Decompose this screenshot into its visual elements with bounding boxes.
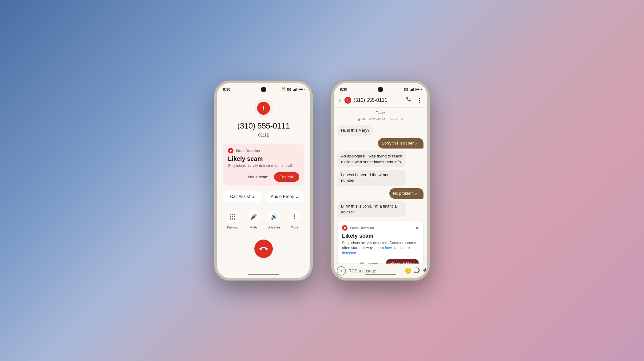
svg-rect-2 bbox=[425, 268, 426, 272]
message-1: Hi, is this Mary? bbox=[337, 125, 373, 136]
voice-button[interactable] bbox=[423, 267, 427, 275]
header-phone-number: (310) 555-0111 bbox=[354, 97, 402, 103]
keypad-icon bbox=[230, 214, 236, 220]
speaker-button[interactable]: 🔊 Speaker bbox=[264, 207, 284, 232]
chat-scam-close-button[interactable]: ✕ bbox=[415, 225, 419, 231]
scam-detection-card: Scam Detection Likely scam Suspicious ac… bbox=[223, 144, 304, 186]
camera-notch-1 bbox=[261, 87, 266, 92]
call-assist-label: Call Assist bbox=[230, 194, 250, 199]
scam-actions-1: Not a scam End call bbox=[228, 172, 299, 182]
message-input-bar: + 🙂 bbox=[334, 264, 427, 278]
home-indicator-2 bbox=[365, 274, 396, 275]
status-time-1: 9:30 bbox=[223, 87, 230, 92]
call-screen: ! (310) 555-0111 01:12 Scam Detection Li… bbox=[217, 93, 310, 278]
chat-scam-dot bbox=[342, 225, 348, 231]
audio-emoji-button[interactable]: Audio Emoji ▲ bbox=[265, 191, 304, 202]
message-2: Sorry this isn't her ✓✓ bbox=[378, 138, 423, 149]
call-icon-button[interactable] bbox=[404, 95, 412, 105]
mute-icon: 🎤⊘ bbox=[250, 213, 257, 220]
status-icons-1: ⏰ 5G bbox=[281, 87, 304, 92]
phone-icon bbox=[406, 97, 411, 102]
message-input-field[interactable] bbox=[348, 268, 402, 273]
signal-icon-2 bbox=[410, 88, 414, 91]
speaker-label: Speaker bbox=[268, 225, 280, 229]
keypad-button[interactable]: Keypad bbox=[223, 207, 242, 232]
scam-dot-icon bbox=[228, 148, 233, 153]
message-5: No problem ✓✓ bbox=[389, 188, 423, 199]
message-3: Ah apologies! I was trying to reach a cl… bbox=[337, 151, 406, 167]
waveform-icon bbox=[423, 267, 427, 273]
mute-icon-wrap: 🎤⊘ bbox=[247, 210, 260, 224]
sticker-button[interactable] bbox=[414, 267, 420, 275]
network-2: 5G bbox=[404, 88, 408, 91]
network-1: 5G bbox=[287, 88, 292, 91]
keypad-icon-wrap bbox=[226, 210, 240, 224]
battery-icon-2 bbox=[415, 88, 421, 91]
alert-exclamation: ! bbox=[257, 102, 270, 115]
not-a-scam-button-2[interactable]: Not a scam bbox=[358, 260, 383, 264]
chat-scam-desc: Suspicious activity detected. Common sca… bbox=[342, 240, 419, 256]
svg-rect-3 bbox=[426, 269, 427, 272]
scam-warning-icon: ! bbox=[344, 97, 351, 104]
camera-notch-2 bbox=[378, 87, 383, 92]
audio-emoji-label: Audio Emoji bbox=[271, 194, 294, 199]
scam-card-header: Scam Detection bbox=[228, 148, 299, 153]
more-options-button[interactable]: ⋮ bbox=[415, 96, 423, 105]
call-assist-button[interactable]: Call Assist ▲ bbox=[223, 191, 262, 202]
sticker-icon bbox=[414, 267, 420, 273]
keypad-label: Keypad bbox=[227, 225, 238, 229]
message-4: I guess I entered the wrong number bbox=[337, 170, 406, 186]
more-label: More bbox=[291, 225, 298, 229]
caller-number-display: (310) 555-0111 bbox=[237, 121, 290, 131]
message-tick-2: ✓✓ bbox=[415, 192, 420, 196]
report-block-button[interactable]: Report & block bbox=[386, 259, 419, 264]
chevron-up-icon-2: ▲ bbox=[296, 195, 299, 198]
more-icon-wrap bbox=[288, 210, 301, 224]
message-6: BTW this is John, I'm a financial adviso… bbox=[337, 201, 406, 217]
back-button[interactable]: ‹ bbox=[337, 95, 342, 105]
call-alert-icon: ! bbox=[254, 99, 273, 117]
chat-scam-card: Scam Detection ✕ Likely scam Suspicious … bbox=[337, 221, 423, 264]
chat-area: Today RCS chat with (310) 555-0111 Hi, i… bbox=[334, 108, 427, 264]
call-assist-row: Call Assist ▲ Audio Emoji ▲ bbox=[223, 191, 304, 202]
scam-title-1: Likely scam bbox=[228, 155, 299, 162]
input-action-icons: 🙂 bbox=[405, 267, 427, 275]
svg-rect-0 bbox=[423, 269, 424, 271]
mute-label: Mute bbox=[249, 225, 257, 229]
more-dots-icon bbox=[294, 214, 295, 219]
call-controls-grid: Keypad 🎤⊘ Mute 🔊 Speaker bbox=[223, 207, 304, 232]
rcs-text: RCS chat with (310) 555-0111 bbox=[362, 117, 403, 121]
phone-2-screen: 9:30 5G ‹ ! (310) 555-0 bbox=[334, 83, 427, 278]
emoji-button[interactable]: 🙂 bbox=[405, 268, 411, 274]
svg-rect-1 bbox=[424, 269, 425, 272]
home-indicator-1 bbox=[248, 274, 279, 275]
chat-scam-title: Likely scam bbox=[342, 233, 419, 239]
chat-scam-actions: Not a scam Report & block bbox=[342, 259, 419, 264]
add-attachment-button[interactable]: + bbox=[337, 266, 346, 276]
scam-detection-label: Scam Detection bbox=[236, 149, 260, 153]
signal-icon-1 bbox=[293, 88, 297, 91]
chat-scam-detection-label: Scam Detection bbox=[350, 226, 374, 230]
battery-icon-1 bbox=[299, 88, 304, 91]
speaker-icon: 🔊 bbox=[271, 213, 277, 220]
chevron-up-icon: ▲ bbox=[252, 195, 255, 198]
phones-container: 9:30 ⏰ 5G ! bbox=[214, 81, 430, 280]
rcs-label: RCS chat with (310) 555-0111 bbox=[337, 117, 423, 121]
chat-scam-left: Scam Detection bbox=[342, 225, 374, 231]
call-timer-display: 01:12 bbox=[258, 133, 269, 137]
messages-screen: ‹ ! (310) 555-0111 ⋮ Tod bbox=[334, 93, 427, 278]
phone-hang-icon bbox=[259, 244, 268, 253]
header-action-icons: ⋮ bbox=[404, 95, 423, 105]
phone-1-screen: 9:30 ⏰ 5G ! bbox=[217, 83, 310, 278]
end-call-button[interactable]: End call bbox=[274, 172, 299, 182]
status-time-2: 9:30 bbox=[340, 87, 347, 92]
mute-button[interactable]: 🎤⊘ Mute bbox=[244, 207, 263, 232]
lock-icon bbox=[358, 118, 361, 121]
more-button[interactable]: More bbox=[285, 207, 304, 232]
scam-description-1: Suspicious activity detected for this ca… bbox=[228, 164, 299, 168]
end-call-hang-button[interactable] bbox=[254, 240, 273, 258]
speaker-icon-wrap: 🔊 bbox=[267, 210, 281, 224]
chat-scam-header: Scam Detection ✕ bbox=[342, 225, 419, 231]
status-icons-2: 5G bbox=[404, 88, 421, 91]
not-a-scam-button-1[interactable]: Not a scam bbox=[246, 173, 271, 181]
